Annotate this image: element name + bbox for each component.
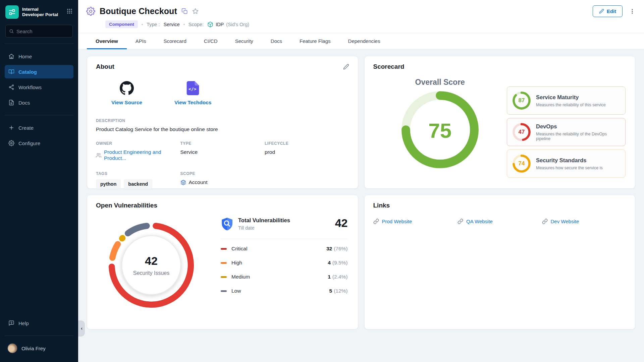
tab-docs[interactable]: Docs [262, 33, 291, 49]
tab-feature-flags[interactable]: Feature Flags [291, 33, 339, 49]
view-source-label: View Source [111, 100, 142, 106]
scorecard-card: Scorecard Overall Score 75 [364, 56, 636, 189]
scorecard-item-title: Service Maturity [536, 94, 606, 101]
legend-pct: (2.4%) [332, 274, 348, 280]
dot-separator [142, 24, 143, 25]
sidebar-item-create[interactable]: Create [5, 121, 73, 134]
link-dev-website[interactable]: Dev Website [542, 219, 627, 224]
techdocs-icon: </> [186, 81, 199, 95]
favorite-star-icon[interactable] [192, 8, 199, 14]
sidebar-collapse-handle[interactable] [78, 320, 85, 337]
plus-icon [8, 125, 14, 131]
logo-icon [8, 8, 16, 16]
type-label: TYPE [180, 141, 265, 146]
sidebar-item-help[interactable]: Help [5, 316, 73, 330]
svg-text:</>: </> [189, 86, 197, 92]
description-label: DESCRIPTION [96, 118, 349, 123]
gear-icon [8, 140, 14, 146]
legend-row-low: Low 5(12%) [221, 284, 348, 298]
more-options-kebab-icon[interactable] [629, 8, 635, 14]
tag-chip[interactable]: backend [124, 179, 152, 189]
score-gauge: 47 [513, 123, 531, 141]
legend-label: High [231, 260, 242, 266]
page-header: Boutique Checkout Edi [78, 0, 644, 33]
search-input[interactable] [5, 25, 73, 38]
scorecard-item-devops[interactable]: 47 DevOps Measures the reliability of th… [507, 118, 626, 146]
owner-link[interactable]: Product Engineering and Product... [96, 149, 180, 161]
home-icon [8, 53, 14, 59]
search-icon [9, 28, 14, 34]
scorecard-item-description: Measures the reliability of the DevOps p… [536, 132, 620, 141]
legend-row-high: High 4(9.5%) [221, 256, 348, 270]
score-value: 74 [513, 155, 531, 173]
tag-chip[interactable]: python [96, 179, 121, 189]
about-card: About View Source [87, 56, 358, 189]
pencil-icon [599, 9, 604, 14]
tab-apis[interactable]: APIs [127, 33, 155, 49]
link-label: Prod Website [382, 219, 412, 224]
type-value: Service [164, 22, 180, 27]
link-prod-website[interactable]: Prod Website [373, 219, 458, 224]
sidebar-divider [5, 115, 73, 115]
tab-cicd[interactable]: CI/CD [195, 33, 226, 49]
medium-swatch [221, 276, 227, 278]
low-swatch [221, 290, 227, 292]
score-value: 47 [513, 123, 531, 141]
entity-meta-row: Component Type : Service Scope: IDP (Sid… [105, 20, 635, 28]
sidebar-item-docs[interactable]: Docs [5, 96, 73, 109]
workflows-icon [8, 84, 14, 90]
sidebar-item-configure[interactable]: Configure [5, 136, 73, 150]
legend-label: Critical [231, 246, 247, 252]
scorecard-heading: Scorecard [373, 63, 405, 70]
entity-kind-badge: Component [105, 20, 138, 28]
description-value: Product Catalog Service for the boutique… [96, 126, 349, 132]
sidebar-item-label: Create [18, 125, 34, 131]
apps-grid-icon[interactable] [66, 8, 73, 16]
about-edit-pencil-icon[interactable] [343, 64, 349, 70]
view-techdocs-link[interactable]: </> View Techdocs [174, 81, 212, 106]
sidebar-item-label: Docs [18, 100, 30, 106]
app-title: Internal Developer Portal [22, 7, 58, 17]
layers-icon [180, 180, 186, 185]
sidebar-divider [5, 44, 73, 44]
tab-dependencies[interactable]: Dependencies [339, 33, 389, 49]
legend-value: 32 [326, 246, 332, 251]
sidebar-item-workflows[interactable]: Workflows [5, 80, 73, 94]
scorecard-item-service-maturity[interactable]: 87 Service Maturity Measures the reliabi… [507, 86, 626, 115]
component-gear-icon [86, 7, 95, 16]
dot-separator [183, 24, 185, 25]
copy-icon[interactable] [181, 8, 188, 14]
score-gauge: 87 [513, 92, 531, 110]
user-avatar [7, 343, 17, 353]
links-heading: Links [373, 202, 390, 209]
legend-value: 1 [328, 274, 331, 280]
link-label: QA Website [466, 219, 493, 224]
high-swatch [221, 262, 227, 264]
tab-scorecard[interactable]: Scorecard [155, 33, 195, 49]
view-source-link[interactable]: View Source [111, 81, 142, 106]
owner-label: OWNER [96, 141, 180, 146]
tab-security[interactable]: Security [226, 33, 262, 49]
sidebar-item-home[interactable]: Home [5, 50, 73, 63]
shield-scan-icon [221, 217, 233, 232]
edit-button[interactable]: Edit [593, 5, 623, 17]
sidebar-item-catalog[interactable]: Catalog [5, 65, 73, 78]
scorecard-item-description: Measures the reliability of this service [536, 103, 606, 107]
scorecard-item-security-standards[interactable]: 74 Security Standards Measures how secur… [507, 149, 626, 178]
sidebar: Internal Developer Portal Home [0, 0, 78, 362]
security-issues-count: 42 [145, 254, 158, 267]
scorecard-item-description: Measures how secure the service is [536, 166, 603, 170]
link-icon [373, 219, 379, 224]
tab-bar: Overview APIs Scorecard CI/CD Security D… [78, 33, 644, 49]
sidebar-item-label: Workflows [18, 84, 42, 90]
search-field[interactable] [16, 28, 69, 34]
link-icon [542, 219, 548, 224]
sidebar-item-label: Help [18, 320, 29, 326]
tab-overview[interactable]: Overview [87, 33, 127, 49]
legend-value: 4 [328, 260, 331, 265]
overall-score-value: 75 [428, 119, 451, 142]
link-qa-website[interactable]: QA Website [458, 219, 542, 224]
divider [221, 239, 348, 239]
user-menu[interactable]: Olivia Frey [5, 341, 73, 355]
scope-label: SCOPE [180, 171, 265, 176]
